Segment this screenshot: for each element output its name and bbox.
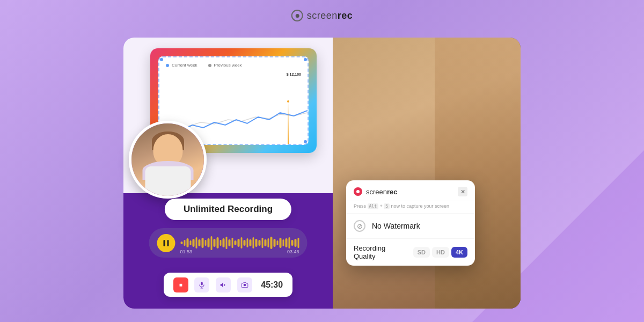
audio-button[interactable] [216, 277, 231, 292]
legend-previous-label: Previous week [214, 63, 242, 68]
legend-previous-week: Previous week [208, 63, 242, 68]
mic-icon [198, 281, 206, 289]
wave-bar-16 [229, 239, 231, 246]
shortcut-alt-key: Alt [368, 203, 378, 209]
wave-bar-21 [244, 240, 246, 246]
recording-controls-bar: ■ 4 [164, 273, 292, 297]
wave-bar-32 [276, 240, 279, 245]
stop-button[interactable]: ■ [173, 277, 188, 292]
mic-button[interactable] [194, 277, 209, 292]
svg-marker-3 [221, 282, 223, 287]
logo-dot [295, 14, 299, 18]
wave-bar-26 [259, 240, 261, 246]
wave-bar-38 [294, 239, 296, 247]
quality-options: SD HD 4K [413, 247, 467, 258]
legend-dot-blue [166, 64, 169, 67]
main-content: Current week Previous week $ 12,100 [123, 38, 521, 309]
popup-brand: screenrec [354, 187, 398, 196]
person-body [145, 166, 191, 196]
wave-bar-11 [214, 239, 216, 247]
chart-vline [288, 101, 289, 144]
wave-bar-28 [265, 239, 267, 246]
wave-bar-27 [261, 238, 264, 248]
camera-button[interactable] [237, 277, 252, 292]
popup-rec-dot [354, 187, 362, 196]
popup-brand-text: screenrec [366, 188, 398, 196]
no-watermark-text: No Watermark [372, 222, 420, 230]
no-watermark-row: ⊘ No Watermark [346, 213, 475, 238]
wave-bar-35 [286, 238, 288, 247]
popup-close-button[interactable]: ✕ [458, 187, 467, 196]
wave-bar-25 [255, 239, 258, 247]
audio-time-end: 03:46 [287, 249, 299, 254]
legend-current-week: Current week [166, 63, 197, 68]
wave-bar-1 [184, 240, 186, 246]
logo-prefix: screen [307, 10, 338, 21]
wave-bar-9 [208, 238, 210, 247]
quality-4k-button[interactable]: 4K [451, 247, 467, 258]
wave-bar-18 [235, 240, 237, 245]
wave-bar-30 [270, 237, 273, 250]
wave-bar-34 [282, 239, 284, 246]
unlimited-recording-text: Unlimited Recording [184, 204, 273, 214]
chart-value: $ 12,100 [287, 72, 301, 76]
no-watermark-icon: ⊘ [354, 220, 365, 232]
wave-bar-24 [252, 237, 254, 249]
close-icon: ✕ [460, 188, 465, 195]
legend-dot-gray [208, 64, 211, 67]
wave-bar-31 [273, 239, 275, 247]
recording-timer: 45:30 [261, 280, 283, 290]
chart-handle-tl [159, 57, 164, 62]
waveform [181, 235, 299, 251]
legend-current-label: Current week [172, 63, 197, 68]
popup-hint: Press Alt + S now to capture your screen [346, 201, 475, 213]
quality-sd-button[interactable]: SD [413, 247, 430, 258]
camera-icon [241, 281, 248, 289]
logo-text: screenrec [307, 10, 353, 21]
quality-hd-button[interactable]: HD [432, 247, 449, 258]
wave-bar-12 [216, 237, 218, 249]
wave-bar-37 [291, 240, 294, 246]
wave-bar-15 [225, 237, 228, 250]
right-panel: screenrec ✕ Press Alt + S now to capture… [333, 38, 521, 309]
unlimited-recording-badge: Unlimited Recording [165, 199, 291, 220]
chart-vline-dot [286, 99, 290, 104]
logo-suffix: rec [338, 10, 353, 21]
audio-player[interactable]: 01:53 03:46 [149, 228, 308, 258]
room-cabinet [435, 38, 521, 309]
audio-time-start: 01:53 [180, 249, 193, 254]
svg-point-4 [243, 283, 246, 286]
play-pause-button[interactable] [157, 234, 175, 252]
stop-icon: ■ [179, 282, 182, 288]
popup-rec-inner [356, 190, 360, 193]
popup-brand-prefix: screen [366, 188, 387, 196]
wave-bar-6 [199, 239, 201, 246]
audio-icon [219, 281, 227, 289]
wave-bar-36 [288, 237, 290, 249]
recording-quality-row: Recording Quality SD HD 4K [346, 238, 475, 266]
wave-bar-4 [193, 239, 195, 247]
wave-bar-39 [297, 238, 299, 248]
logo-bar: screenrec [291, 10, 353, 21]
chart-legend: Current week Previous week [159, 57, 308, 70]
screenrec-logo-icon [291, 10, 303, 21]
webcam-person [131, 123, 204, 196]
wave-bar-5 [195, 237, 197, 249]
wave-bar-23 [250, 239, 252, 246]
popup-header: screenrec ✕ [346, 180, 475, 201]
svg-rect-0 [201, 282, 203, 285]
popup-brand-suffix: rec [387, 188, 398, 196]
screenrec-popup: screenrec ✕ Press Alt + S now to capture… [346, 180, 475, 266]
wave-bar-0 [181, 241, 183, 244]
wave-bar-14 [223, 238, 225, 247]
wave-bar-33 [280, 238, 282, 248]
wave-bar-17 [231, 238, 233, 248]
chart-handle-tr [303, 57, 308, 62]
wave-bar-13 [219, 240, 222, 246]
webcam-circle [129, 121, 207, 199]
wave-bar-10 [210, 236, 213, 250]
wave-bar-22 [246, 238, 248, 247]
wave-bar-20 [240, 237, 243, 249]
left-panel: Current week Previous week $ 12,100 [123, 38, 333, 309]
wave-bar-29 [267, 238, 269, 247]
